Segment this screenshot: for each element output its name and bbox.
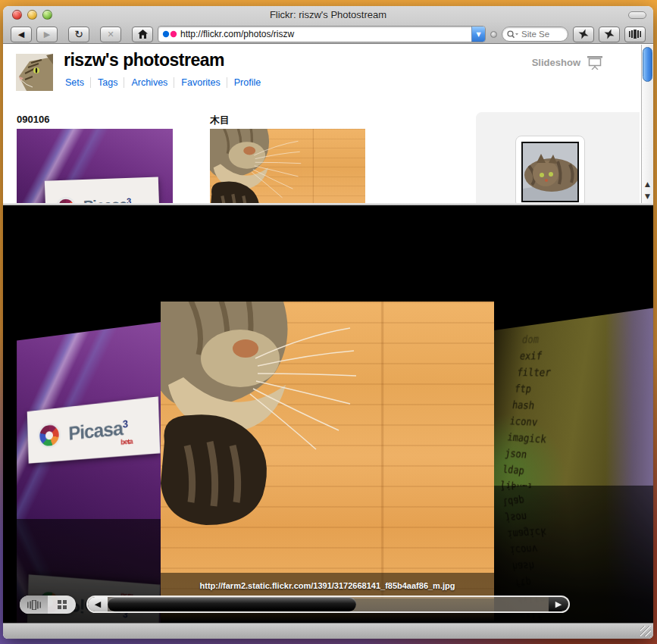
wall-item-center-photo[interactable]: http://farm2.static.flickr.com/1391/3172… — [161, 302, 494, 599]
avatar[interactable] — [16, 54, 53, 91]
avatar-cat-image — [16, 54, 53, 91]
wall-scroll-left-button[interactable]: ◀ — [88, 597, 108, 611]
photo-caption-bar: http://farm2.static.flickr.com/1391/3172… — [161, 573, 494, 599]
picasa-image: Picasa3 beta — [17, 320, 173, 519]
page-nav: SetsTagsArchivesFavoritesProfile — [65, 77, 261, 88]
nav-sets-link[interactable]: Sets — [65, 77, 84, 88]
photo-title[interactable]: 木目 — [210, 114, 230, 127]
coverflow-view-button[interactable] — [20, 596, 48, 614]
text-line: ftp — [514, 380, 555, 398]
flickr-favicon-icon — [162, 30, 177, 38]
text-line: libxml — [499, 477, 540, 486]
stop-button[interactable]: ✕ — [100, 27, 121, 42]
vertical-scrollbar[interactable]: ▲ ▼ — [641, 45, 653, 204]
search-icon — [507, 30, 519, 39]
page-title: riszw's photostream — [64, 50, 224, 70]
wall-horizontal-scrollbar[interactable]: ◀ ▶ — [86, 596, 570, 613]
cat-wood-image-large: http://farm2.static.flickr.com/1391/3172… — [161, 302, 494, 599]
scroll-down-icon: ▼ — [645, 192, 650, 200]
overlay-top-edge — [3, 203, 653, 205]
chevron-down-icon: ▼ — [476, 31, 480, 38]
left-arrow-icon: ◀ — [95, 599, 101, 609]
cooliris-overlay: Picasa3 beta Picasa3 beta — [3, 203, 653, 623]
back-icon: ◀ — [18, 30, 24, 39]
text-line: filter — [516, 364, 558, 380]
view-mode-toggle — [20, 596, 76, 614]
shuriken-icon — [604, 29, 615, 39]
home-button[interactable] — [132, 27, 153, 42]
window-chrome: Flickr: riszw's Photostream ◀ ▶ ↻ ✕ ▼ — [3, 6, 653, 44]
picasa-brand-text: Picasa — [68, 417, 123, 443]
module-list: domexiffilterftphashiconvimagickjsonldap… — [499, 330, 564, 486]
scroll-up-button[interactable]: ▲ — [642, 178, 653, 190]
toolbar: ◀ ▶ ↻ ✕ ▼ — [3, 24, 653, 44]
nav-favorites-link[interactable]: Favorites — [174, 77, 220, 88]
stop-icon: ✕ — [107, 30, 114, 39]
wall-scroll-track[interactable] — [356, 597, 549, 611]
scroll-up-icon: ▲ — [645, 180, 650, 188]
picasa-beta-text: beta — [120, 436, 133, 445]
coverflow-mode-button[interactable] — [624, 27, 646, 42]
photo-title[interactable]: 090106 — [17, 114, 49, 125]
reload-button[interactable]: ↻ — [68, 27, 89, 42]
piclens-star-button-2[interactable] — [599, 27, 620, 42]
text-line: ldap — [502, 461, 543, 481]
piclens-star-button-1[interactable] — [573, 27, 594, 42]
vertical-scroll-thumb[interactable] — [643, 47, 652, 82]
grid-view-button[interactable] — [48, 596, 76, 614]
resize-grip[interactable] — [640, 626, 651, 636]
home-icon — [138, 30, 148, 39]
url-dropdown-button[interactable]: ▼ — [471, 26, 485, 42]
url-field[interactable]: ▼ — [158, 26, 486, 42]
coverflow-icon — [27, 600, 41, 610]
text-line: json — [504, 445, 545, 464]
terminal-image: domexiffilterftphashiconvimagickjsonldap… — [494, 308, 653, 486]
wall-scroll-thumb[interactable] — [108, 597, 356, 611]
text-line: exif — [518, 347, 561, 364]
text-line: dom — [521, 330, 563, 349]
toolbar-pill-button[interactable] — [628, 11, 646, 19]
grid-icon — [57, 599, 67, 610]
reload-icon: ↻ — [74, 28, 83, 40]
coverflow-icon — [629, 30, 641, 39]
url-input[interactable] — [177, 29, 471, 39]
snapback-icon[interactable] — [490, 31, 497, 38]
picasa-sup: 3 — [123, 417, 128, 430]
back-button[interactable]: ◀ — [11, 27, 32, 42]
text-line: imagick — [506, 429, 547, 447]
search-field[interactable] — [502, 27, 568, 42]
wall-item-picasa[interactable]: Picasa3 beta Picasa3 beta — [3, 320, 173, 623]
text-line: hash — [512, 397, 553, 414]
slideshow-control[interactable]: Slideshow — [532, 55, 603, 70]
wall-scroll-right-button[interactable]: ▶ — [549, 597, 568, 611]
slideshow-screen-icon — [587, 55, 603, 70]
lying-cat-image — [523, 143, 579, 202]
forward-icon: ▶ — [44, 30, 50, 39]
titlebar[interactable]: Flickr: riszw's Photostream — [3, 6, 653, 23]
buddy-photo-frame[interactable] — [515, 136, 585, 208]
slideshow-label: Slideshow — [532, 57, 580, 68]
status-bar — [3, 623, 653, 639]
window-title: Flickr: riszw's Photostream — [3, 9, 653, 20]
text-line: iconv — [508, 413, 550, 431]
nav-profile-link[interactable]: Profile — [227, 77, 261, 88]
photo-url-text: http://farm2.static.flickr.com/1391/3172… — [200, 581, 455, 590]
search-input[interactable] — [521, 30, 559, 39]
browser-window: Flickr: riszw's Photostream ◀ ▶ ↻ ✕ ▼ — [3, 6, 653, 639]
nav-archives-link[interactable]: Archives — [124, 77, 167, 88]
forward-button[interactable]: ▶ — [36, 27, 58, 42]
sidebar-panel — [476, 112, 640, 211]
wall-item-terminal[interactable]: domexiffilterftphashiconvimagickjsonldap… — [494, 330, 653, 623]
scroll-down-button[interactable]: ▼ — [642, 190, 653, 202]
nav-tags-link[interactable]: Tags — [90, 77, 117, 88]
right-arrow-icon: ▶ — [555, 599, 562, 609]
shuriken-icon — [578, 29, 589, 39]
